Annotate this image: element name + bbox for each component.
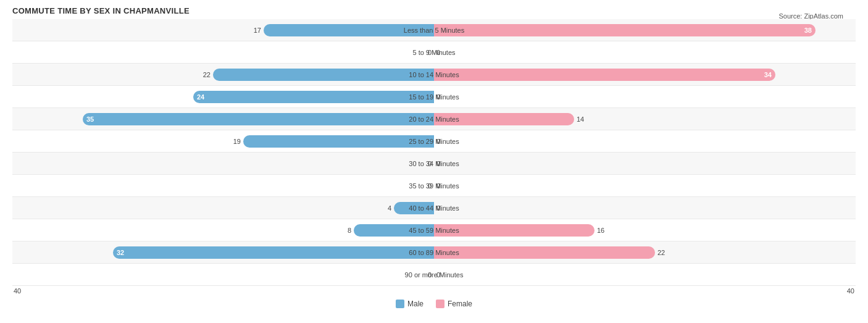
male-value-outside: 17 [249, 27, 261, 34]
bar-male [354, 224, 434, 237]
legend-male-box [396, 300, 404, 308]
male-value-outside: 0 [419, 271, 432, 279]
male-value-outside: 19 [228, 138, 241, 145]
bar-male [213, 69, 434, 81]
bar-female [434, 246, 655, 259]
female-value-outside: 0 [436, 49, 449, 56]
bar-male: 32 [113, 246, 434, 259]
male-value-outside: 0 [419, 160, 432, 167]
female-value-inside: 38 [804, 27, 812, 34]
female-value-outside: 0 [436, 182, 449, 190]
female-value-outside: 16 [597, 227, 609, 234]
bar-row: 90 or more Minutes00 [12, 264, 856, 286]
bar-row: 35 to 39 Minutes00 [12, 175, 856, 197]
chart-title: COMMUTE TIME BY SEX IN CHAPMANVILLE [12, 6, 856, 15]
left-half: 24 [12, 86, 434, 107]
bar-female: 38 [434, 24, 816, 36]
legend-female-box [436, 300, 444, 308]
left-half: 32 [12, 241, 434, 263]
female-value-inside: 34 [764, 71, 772, 78]
legend-male-label: Male [407, 300, 424, 308]
right-half: 14 [434, 108, 856, 130]
chart-area: Less than 5 Minutes17385 to 9 Minutes001… [12, 19, 856, 286]
male-value-outside: 0 [419, 49, 432, 56]
female-value-outside: 0 [436, 93, 449, 101]
bar-row: Less than 5 Minutes1738 [12, 19, 856, 41]
bar-female [434, 224, 595, 237]
bar-row: 5 to 9 Minutes00 [12, 41, 856, 64]
bar-female [434, 113, 574, 125]
left-half: 22 [12, 64, 434, 85]
left-half: 0 [12, 153, 434, 174]
male-value-outside: 0 [419, 182, 432, 190]
right-half: 0 [434, 153, 856, 174]
right-half: 0 [434, 175, 856, 196]
left-half: 35 [12, 108, 434, 130]
right-half: 22 [434, 241, 856, 263]
left-half: 8 [12, 219, 434, 241]
bar-male: 24 [193, 91, 434, 103]
male-value-inside: 32 [117, 249, 124, 256]
left-half: 19 [12, 130, 434, 152]
female-value-outside: 0 [436, 271, 449, 279]
right-half: 0 [434, 264, 856, 285]
legend-male: Male [396, 300, 424, 308]
right-half: 16 [434, 219, 856, 241]
female-value-outside: 22 [657, 249, 670, 256]
left-half: 0 [12, 264, 434, 285]
right-half: 34 [434, 64, 856, 85]
right-half: 0 [434, 86, 856, 107]
female-value-outside: 0 [436, 160, 449, 167]
bar-row: 15 to 19 Minutes240 [12, 86, 856, 108]
left-half: 17 [12, 19, 434, 41]
right-half: 0 [434, 41, 856, 63]
bar-male [264, 24, 434, 36]
bar-male [243, 135, 434, 148]
axis-row: 40 40 [12, 287, 856, 295]
bar-row: 25 to 29 Minutes190 [12, 130, 856, 153]
axis-left: 40 [12, 287, 434, 295]
legend-female: Female [436, 300, 472, 308]
right-half: 0 [434, 130, 856, 152]
axis-right: 40 [434, 287, 856, 295]
bar-row: 10 to 14 Minutes2234 [12, 64, 856, 86]
male-value-outside: 22 [198, 71, 211, 78]
legend-female-label: Female [448, 300, 472, 308]
female-value-outside: 0 [436, 204, 449, 212]
female-value-outside: 0 [436, 138, 449, 145]
male-value-outside: 4 [379, 204, 391, 212]
bar-row: 60 to 89 Minutes3222 [12, 241, 856, 264]
male-value-outside: 8 [339, 227, 351, 234]
male-value-inside: 24 [197, 93, 204, 101]
left-half: 0 [12, 41, 434, 63]
right-half: 0 [434, 197, 856, 219]
right-half: 38 [434, 19, 856, 41]
bar-row: 30 to 34 Minutes00 [12, 153, 856, 175]
legend: Male Female [12, 300, 856, 308]
left-half: 0 [12, 175, 434, 196]
bar-row: 45 to 59 Minutes816 [12, 219, 856, 241]
bar-female: 34 [434, 69, 775, 81]
bar-row: 40 to 44 Minutes40 [12, 197, 856, 219]
female-value-outside: 14 [577, 115, 589, 123]
bar-row: 20 to 24 Minutes3514 [12, 108, 856, 130]
bar-male: 35 [83, 113, 434, 125]
male-value-inside: 35 [86, 115, 94, 123]
bar-male [394, 202, 434, 214]
left-half: 4 [12, 197, 434, 219]
